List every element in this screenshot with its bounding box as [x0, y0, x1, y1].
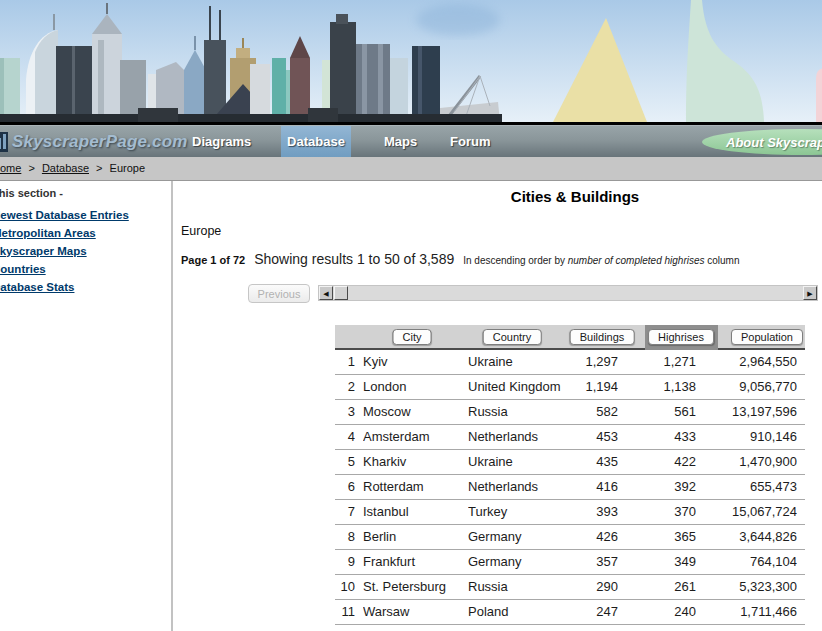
row-city: London	[363, 375, 468, 399]
results-meta: Page 1 of 72 Showing results 1 to 50 of …	[181, 251, 822, 267]
logo-building-icon	[0, 132, 8, 152]
row-country: United Kingdom	[468, 375, 575, 399]
row-city: Kharkiv	[363, 450, 468, 474]
row-city: Berlin	[363, 525, 468, 549]
sidebar-section-header: This section -	[0, 187, 171, 199]
row-buildings: 582	[575, 400, 618, 424]
sidebar-link-database-stats[interactable]: Database Stats	[0, 278, 171, 296]
row-rank: 4	[335, 425, 355, 449]
nav-item-forum[interactable]: Forum	[436, 126, 504, 158]
breadcrumb: Home > Database > Europe	[0, 157, 822, 181]
table-row[interactable]: 6 Rotterdam Netherlands 416 392 655,473	[335, 475, 805, 500]
sidebar-link-countries[interactable]: Countries	[0, 260, 171, 278]
row-buildings: 1,297	[575, 350, 618, 374]
breadcrumb-separator: >	[96, 162, 102, 174]
cities-table: City Country Buildings Highrises Populat…	[335, 325, 805, 625]
sidebar: This section - Newest Database Entries M…	[0, 181, 171, 631]
row-city: Warsaw	[363, 600, 468, 624]
table-header: City Country Buildings Highrises Populat…	[335, 325, 805, 350]
row-rank: 2	[335, 375, 355, 399]
about-label: About SkyscraperPage	[702, 135, 822, 150]
row-buildings: 393	[575, 500, 618, 524]
row-country: Russia	[468, 400, 575, 424]
row-highrises: 1,271	[618, 350, 696, 374]
site-logo[interactable]: SkyscraperPage.com	[0, 130, 188, 154]
row-population: 9,056,770	[696, 375, 797, 399]
about-skyscraperpage-button[interactable]: About SkyscraperPage	[702, 129, 822, 155]
row-country: Russia	[468, 575, 575, 599]
row-population: 5,323,300	[696, 575, 797, 599]
row-city: Frankfurt	[363, 550, 468, 574]
row-highrises: 433	[618, 425, 696, 449]
row-population: 13,197,596	[696, 400, 797, 424]
row-rank: 1	[335, 350, 355, 374]
sort-order-note: In descending order by number of complet…	[463, 255, 739, 266]
row-city: Moscow	[363, 400, 468, 424]
table-row[interactable]: 8 Berlin Germany 426 365 3,644,826	[335, 525, 805, 550]
column-button-buildings[interactable]: Buildings	[570, 329, 635, 345]
row-rank: 6	[335, 475, 355, 499]
horizontal-scrollbar[interactable]: ◀ ▶	[318, 285, 818, 301]
column-button-population[interactable]: Population	[731, 329, 803, 345]
column-button-country[interactable]: Country	[483, 329, 542, 345]
row-population: 2,964,550	[696, 350, 797, 374]
row-country: Ukraine	[468, 450, 575, 474]
page-info: Page 1 of 72	[181, 254, 245, 266]
table-row[interactable]: 7 Istanbul Turkey 393 370 15,067,724	[335, 500, 805, 525]
row-city: Istanbul	[363, 500, 468, 524]
table-row[interactable]: 2 London United Kingdom 1,194 1,138 9,05…	[335, 375, 805, 400]
browser-viewport: SkyscraperPage.com Diagrams Database Map…	[0, 0, 822, 631]
row-population: 910,146	[696, 425, 797, 449]
nav-item-diagrams[interactable]: Diagrams	[178, 126, 265, 158]
main-navbar: SkyscraperPage.com Diagrams Database Map…	[0, 125, 822, 157]
sidebar-link-newest-database-entries[interactable]: Newest Database Entries	[0, 206, 171, 224]
pink-tower-shape	[816, 68, 822, 122]
breadcrumb-home-link[interactable]: Home	[0, 162, 21, 174]
table-row[interactable]: 9 Frankfurt Germany 357 349 764,104	[335, 550, 805, 575]
region-label: Europe	[181, 224, 221, 238]
row-city: Amsterdam	[363, 425, 468, 449]
row-rank: 11	[335, 600, 355, 624]
table-row[interactable]: 10 St. Petersburg Russia 290 261 5,323,3…	[335, 575, 805, 600]
row-highrises: 392	[618, 475, 696, 499]
table-row[interactable]: 1 Kyiv Ukraine 1,297 1,271 2,964,550	[335, 350, 805, 375]
row-buildings: 453	[575, 425, 618, 449]
row-rank: 8	[335, 525, 355, 549]
logo-text: SkyscraperPage.com	[12, 132, 188, 152]
scrollbar-left-arrow-icon[interactable]: ◀	[319, 286, 333, 300]
previous-button[interactable]: Previous	[248, 284, 310, 303]
row-highrises: 1,138	[618, 375, 696, 399]
row-buildings: 416	[575, 475, 618, 499]
table-row[interactable]: 5 Kharkiv Ukraine 435 422 1,470,900	[335, 450, 805, 475]
nav-item-maps[interactable]: Maps	[370, 126, 431, 158]
sidebar-link-metropolitan-areas[interactable]: Metropolitan Areas	[0, 224, 171, 242]
table-row[interactable]: 11 Warsaw Poland 247 240 1,711,466	[335, 600, 805, 625]
content-area: This section - Newest Database Entries M…	[0, 181, 822, 631]
row-population: 15,067,724	[696, 500, 797, 524]
scrollbar-right-arrow-icon[interactable]: ▶	[803, 286, 817, 300]
table-body: 1 Kyiv Ukraine 1,297 1,271 2,964,550 2 L…	[335, 350, 805, 625]
breadcrumb-separator: >	[28, 162, 34, 174]
column-button-city[interactable]: City	[393, 329, 432, 345]
table-row[interactable]: 3 Moscow Russia 582 561 13,197,596	[335, 400, 805, 425]
site-banner	[0, 0, 822, 122]
row-highrises: 261	[618, 575, 696, 599]
nav-item-database[interactable]: Database	[281, 126, 351, 158]
row-buildings: 1,194	[575, 375, 618, 399]
row-country: Ukraine	[468, 350, 575, 374]
scrollbar-thumb[interactable]	[334, 286, 348, 300]
row-city: Kyiv	[363, 350, 468, 374]
column-button-highrises[interactable]: Highrises	[648, 329, 714, 345]
row-rank: 5	[335, 450, 355, 474]
row-highrises: 365	[618, 525, 696, 549]
table-row[interactable]: 4 Amsterdam Netherlands 453 433 910,146	[335, 425, 805, 450]
row-city: Rotterdam	[363, 475, 468, 499]
row-population: 3,644,826	[696, 525, 797, 549]
breadcrumb-database-link[interactable]: Database	[42, 162, 89, 174]
row-highrises: 422	[618, 450, 696, 474]
row-rank: 3	[335, 400, 355, 424]
row-highrises: 561	[618, 400, 696, 424]
sidebar-link-skyscraper-maps[interactable]: Skyscraper Maps	[0, 242, 171, 260]
row-country: Netherlands	[468, 425, 575, 449]
page-title: Cities & Buildings	[335, 188, 815, 205]
